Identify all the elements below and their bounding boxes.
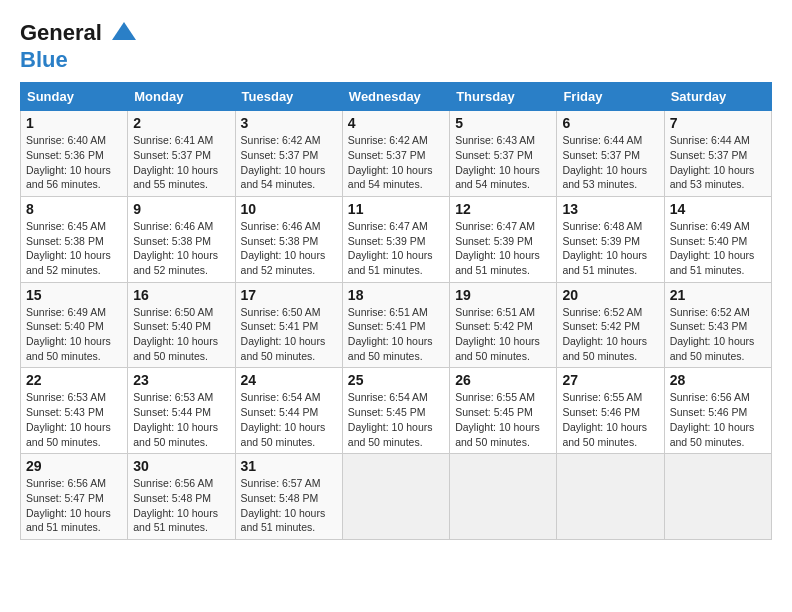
day-cell: 23 Sunrise: 6:53 AMSunset: 5:44 PMDaylig… xyxy=(128,368,235,454)
weekday-wednesday: Wednesday xyxy=(342,83,449,111)
day-info: Sunrise: 6:50 AMSunset: 5:41 PMDaylight:… xyxy=(241,306,326,362)
day-cell: 11 Sunrise: 6:47 AMSunset: 5:39 PMDaylig… xyxy=(342,196,449,282)
day-cell: 19 Sunrise: 6:51 AMSunset: 5:42 PMDaylig… xyxy=(450,282,557,368)
day-number: 18 xyxy=(348,287,444,303)
day-info: Sunrise: 6:42 AMSunset: 5:37 PMDaylight:… xyxy=(348,134,433,190)
day-number: 12 xyxy=(455,201,551,217)
svg-marker-0 xyxy=(112,22,136,40)
day-cell: 28 Sunrise: 6:56 AMSunset: 5:46 PMDaylig… xyxy=(664,368,771,454)
day-info: Sunrise: 6:43 AMSunset: 5:37 PMDaylight:… xyxy=(455,134,540,190)
day-number: 28 xyxy=(670,372,766,388)
day-cell: 29 Sunrise: 6:56 AMSunset: 5:47 PMDaylig… xyxy=(21,454,128,540)
day-cell: 12 Sunrise: 6:47 AMSunset: 5:39 PMDaylig… xyxy=(450,196,557,282)
day-cell: 6 Sunrise: 6:44 AMSunset: 5:37 PMDayligh… xyxy=(557,111,664,197)
week-row-3: 15 Sunrise: 6:49 AMSunset: 5:40 PMDaylig… xyxy=(21,282,772,368)
day-cell: 30 Sunrise: 6:56 AMSunset: 5:48 PMDaylig… xyxy=(128,454,235,540)
day-info: Sunrise: 6:49 AMSunset: 5:40 PMDaylight:… xyxy=(670,220,755,276)
day-cell: 13 Sunrise: 6:48 AMSunset: 5:39 PMDaylig… xyxy=(557,196,664,282)
week-row-1: 1 Sunrise: 6:40 AMSunset: 5:36 PMDayligh… xyxy=(21,111,772,197)
day-info: Sunrise: 6:54 AMSunset: 5:45 PMDaylight:… xyxy=(348,391,433,447)
day-info: Sunrise: 6:40 AMSunset: 5:36 PMDaylight:… xyxy=(26,134,111,190)
header: General Blue xyxy=(20,20,772,72)
day-number: 11 xyxy=(348,201,444,217)
day-number: 6 xyxy=(562,115,658,131)
day-cell: 7 Sunrise: 6:44 AMSunset: 5:37 PMDayligh… xyxy=(664,111,771,197)
day-number: 9 xyxy=(133,201,229,217)
day-number: 17 xyxy=(241,287,337,303)
day-info: Sunrise: 6:54 AMSunset: 5:44 PMDaylight:… xyxy=(241,391,326,447)
day-cell: 24 Sunrise: 6:54 AMSunset: 5:44 PMDaylig… xyxy=(235,368,342,454)
day-cell: 2 Sunrise: 6:41 AMSunset: 5:37 PMDayligh… xyxy=(128,111,235,197)
day-number: 26 xyxy=(455,372,551,388)
day-info: Sunrise: 6:46 AMSunset: 5:38 PMDaylight:… xyxy=(133,220,218,276)
day-cell: 18 Sunrise: 6:51 AMSunset: 5:41 PMDaylig… xyxy=(342,282,449,368)
day-number: 31 xyxy=(241,458,337,474)
week-row-5: 29 Sunrise: 6:56 AMSunset: 5:47 PMDaylig… xyxy=(21,454,772,540)
day-number: 15 xyxy=(26,287,122,303)
day-cell: 26 Sunrise: 6:55 AMSunset: 5:45 PMDaylig… xyxy=(450,368,557,454)
day-info: Sunrise: 6:44 AMSunset: 5:37 PMDaylight:… xyxy=(562,134,647,190)
day-info: Sunrise: 6:47 AMSunset: 5:39 PMDaylight:… xyxy=(455,220,540,276)
day-number: 7 xyxy=(670,115,766,131)
weekday-saturday: Saturday xyxy=(664,83,771,111)
logo-blue: Blue xyxy=(20,48,138,72)
day-number: 1 xyxy=(26,115,122,131)
day-cell: 25 Sunrise: 6:54 AMSunset: 5:45 PMDaylig… xyxy=(342,368,449,454)
day-cell xyxy=(450,454,557,540)
day-info: Sunrise: 6:55 AMSunset: 5:45 PMDaylight:… xyxy=(455,391,540,447)
day-number: 2 xyxy=(133,115,229,131)
day-cell xyxy=(342,454,449,540)
day-number: 4 xyxy=(348,115,444,131)
day-number: 14 xyxy=(670,201,766,217)
calendar-table: SundayMondayTuesdayWednesdayThursdayFrid… xyxy=(20,82,772,540)
day-info: Sunrise: 6:56 AMSunset: 5:47 PMDaylight:… xyxy=(26,477,111,533)
day-info: Sunrise: 6:48 AMSunset: 5:39 PMDaylight:… xyxy=(562,220,647,276)
day-number: 5 xyxy=(455,115,551,131)
day-cell: 8 Sunrise: 6:45 AMSunset: 5:38 PMDayligh… xyxy=(21,196,128,282)
page-container: General Blue SundayMondayTuesdayWednesda… xyxy=(20,20,772,540)
day-cell: 17 Sunrise: 6:50 AMSunset: 5:41 PMDaylig… xyxy=(235,282,342,368)
day-number: 27 xyxy=(562,372,658,388)
day-info: Sunrise: 6:52 AMSunset: 5:43 PMDaylight:… xyxy=(670,306,755,362)
day-cell xyxy=(557,454,664,540)
day-cell: 27 Sunrise: 6:55 AMSunset: 5:46 PMDaylig… xyxy=(557,368,664,454)
day-cell: 14 Sunrise: 6:49 AMSunset: 5:40 PMDaylig… xyxy=(664,196,771,282)
day-info: Sunrise: 6:44 AMSunset: 5:37 PMDaylight:… xyxy=(670,134,755,190)
day-number: 25 xyxy=(348,372,444,388)
day-cell: 31 Sunrise: 6:57 AMSunset: 5:48 PMDaylig… xyxy=(235,454,342,540)
day-info: Sunrise: 6:56 AMSunset: 5:46 PMDaylight:… xyxy=(670,391,755,447)
day-cell: 9 Sunrise: 6:46 AMSunset: 5:38 PMDayligh… xyxy=(128,196,235,282)
day-number: 29 xyxy=(26,458,122,474)
week-row-4: 22 Sunrise: 6:53 AMSunset: 5:43 PMDaylig… xyxy=(21,368,772,454)
logo-icon xyxy=(110,20,138,48)
day-cell xyxy=(664,454,771,540)
weekday-friday: Friday xyxy=(557,83,664,111)
day-number: 21 xyxy=(670,287,766,303)
day-info: Sunrise: 6:51 AMSunset: 5:41 PMDaylight:… xyxy=(348,306,433,362)
day-number: 22 xyxy=(26,372,122,388)
week-row-2: 8 Sunrise: 6:45 AMSunset: 5:38 PMDayligh… xyxy=(21,196,772,282)
weekday-tuesday: Tuesday xyxy=(235,83,342,111)
day-number: 13 xyxy=(562,201,658,217)
day-info: Sunrise: 6:50 AMSunset: 5:40 PMDaylight:… xyxy=(133,306,218,362)
logo: General Blue xyxy=(20,20,138,72)
day-cell: 22 Sunrise: 6:53 AMSunset: 5:43 PMDaylig… xyxy=(21,368,128,454)
weekday-thursday: Thursday xyxy=(450,83,557,111)
day-info: Sunrise: 6:53 AMSunset: 5:44 PMDaylight:… xyxy=(133,391,218,447)
day-cell: 21 Sunrise: 6:52 AMSunset: 5:43 PMDaylig… xyxy=(664,282,771,368)
day-info: Sunrise: 6:51 AMSunset: 5:42 PMDaylight:… xyxy=(455,306,540,362)
day-info: Sunrise: 6:49 AMSunset: 5:40 PMDaylight:… xyxy=(26,306,111,362)
day-cell: 1 Sunrise: 6:40 AMSunset: 5:36 PMDayligh… xyxy=(21,111,128,197)
day-number: 16 xyxy=(133,287,229,303)
day-number: 20 xyxy=(562,287,658,303)
day-cell: 3 Sunrise: 6:42 AMSunset: 5:37 PMDayligh… xyxy=(235,111,342,197)
day-number: 10 xyxy=(241,201,337,217)
weekday-sunday: Sunday xyxy=(21,83,128,111)
day-info: Sunrise: 6:53 AMSunset: 5:43 PMDaylight:… xyxy=(26,391,111,447)
day-number: 24 xyxy=(241,372,337,388)
day-number: 8 xyxy=(26,201,122,217)
day-info: Sunrise: 6:56 AMSunset: 5:48 PMDaylight:… xyxy=(133,477,218,533)
calendar-body: 1 Sunrise: 6:40 AMSunset: 5:36 PMDayligh… xyxy=(21,111,772,540)
day-cell: 10 Sunrise: 6:46 AMSunset: 5:38 PMDaylig… xyxy=(235,196,342,282)
day-cell: 20 Sunrise: 6:52 AMSunset: 5:42 PMDaylig… xyxy=(557,282,664,368)
